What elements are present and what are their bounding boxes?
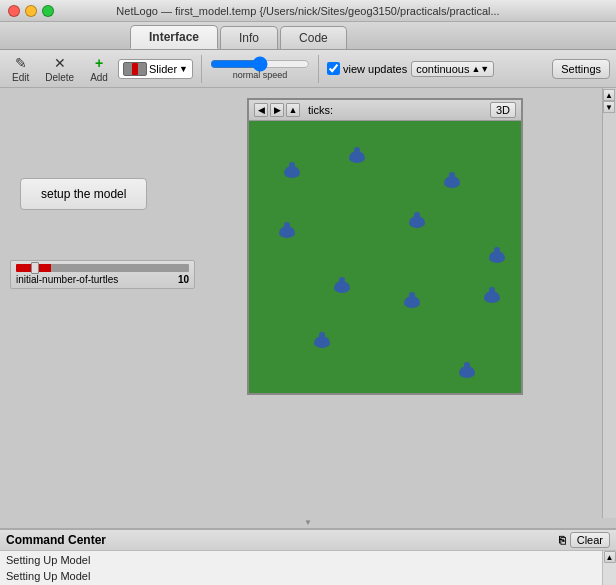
resize-handle[interactable]: ▼ bbox=[0, 518, 616, 528]
speed-slider[interactable] bbox=[210, 58, 310, 70]
tab-interface[interactable]: Interface bbox=[130, 25, 218, 49]
delete-button[interactable]: ✕ Delete bbox=[39, 53, 80, 85]
slider-thumb[interactable] bbox=[31, 262, 39, 274]
world-section: ◀ ▶ ▲ ticks: 3D bbox=[247, 98, 523, 395]
slider-icon bbox=[123, 62, 147, 76]
command-center-title: Command Center bbox=[6, 533, 106, 547]
turtle-9 bbox=[314, 336, 330, 348]
world-header: ◀ ▶ ▲ ticks: 3D bbox=[249, 100, 521, 121]
turtle-2 bbox=[444, 176, 460, 188]
slider-widget[interactable]: initial-number-of-turtles 10 bbox=[10, 260, 195, 289]
tab-info[interactable]: Info bbox=[220, 26, 278, 49]
cc-content: Setting Up Model Setting Up Model Settin… bbox=[0, 551, 602, 585]
clear-button[interactable]: Clear bbox=[570, 532, 610, 548]
maximize-button[interactable] bbox=[42, 5, 54, 17]
speed-control: normal speed bbox=[210, 58, 310, 80]
setup-button[interactable]: setup the model bbox=[20, 178, 147, 210]
plus-icon: + bbox=[95, 55, 103, 71]
cc-scroll-up[interactable]: ▲ bbox=[604, 551, 616, 563]
update-mode-select[interactable]: continuous ▲▼ bbox=[411, 61, 494, 77]
turtle-3 bbox=[279, 226, 295, 238]
turtle-10 bbox=[459, 366, 475, 378]
delete-icon: ✕ bbox=[54, 55, 66, 71]
title-bar: NetLogo — first_model.temp {/Users/nick/… bbox=[0, 0, 616, 22]
left-panel: setup the model initial-number-of-turtle… bbox=[0, 88, 247, 518]
dropdown-arrow-icon: ▼ bbox=[179, 64, 188, 74]
cc-line-2: Setting Up Model bbox=[6, 568, 596, 584]
scroll-up-button[interactable]: ▲ bbox=[603, 89, 615, 101]
turtle-4 bbox=[409, 216, 425, 228]
world-canvas[interactable] bbox=[249, 121, 521, 393]
view-updates-section: view updates bbox=[327, 62, 407, 75]
add-button[interactable]: + Add bbox=[84, 53, 114, 85]
cc-line-1: Setting Up Model bbox=[6, 552, 596, 568]
cc-output: Setting Up Model Setting Up Model Settin… bbox=[0, 551, 602, 585]
command-center: Command Center ⎘ Clear Setting Up Model … bbox=[0, 528, 616, 585]
tab-code[interactable]: Code bbox=[280, 26, 347, 49]
turtle-6 bbox=[334, 281, 350, 293]
tab-bar: Interface Info Code bbox=[0, 22, 616, 50]
slider-label-row: initial-number-of-turtles 10 bbox=[16, 274, 189, 285]
shrink-button[interactable]: ◀ bbox=[254, 103, 268, 117]
update-mode-arrow-icon: ▲▼ bbox=[471, 64, 489, 74]
expand-button[interactable]: ▶ bbox=[270, 103, 284, 117]
reset-button[interactable]: ▲ bbox=[286, 103, 300, 117]
scroll-down-button[interactable]: ▼ bbox=[603, 101, 615, 113]
edit-button[interactable]: ✎ Edit bbox=[6, 53, 35, 85]
turtle-7 bbox=[404, 296, 420, 308]
toolbar-separator-2 bbox=[318, 55, 319, 83]
settings-button[interactable]: Settings bbox=[552, 59, 610, 79]
cc-controls: ⎘ Clear bbox=[559, 532, 610, 548]
turtle-1 bbox=[349, 151, 365, 163]
widget-type-select[interactable]: Slider ▼ bbox=[118, 59, 193, 79]
world-controls: ◀ ▶ ▲ bbox=[254, 103, 300, 117]
cc-scrollbar: ▲ ▼ bbox=[602, 551, 616, 585]
pencil-icon: ✎ bbox=[15, 55, 27, 71]
slider-track[interactable] bbox=[16, 264, 189, 272]
turtle-0 bbox=[284, 166, 300, 178]
minimize-button[interactable] bbox=[25, 5, 37, 17]
view-updates-checkbox[interactable] bbox=[327, 62, 340, 75]
ticks-label: ticks: bbox=[308, 104, 333, 116]
main-scrollbar[interactable]: ▲ ▼ bbox=[602, 88, 616, 518]
main-area: setup the model initial-number-of-turtle… bbox=[0, 88, 616, 518]
interface-canvas: setup the model initial-number-of-turtle… bbox=[0, 88, 602, 518]
toolbar: ✎ Edit ✕ Delete + Add Slider ▼ normal sp… bbox=[0, 50, 616, 88]
copy-icon: ⎘ bbox=[559, 534, 566, 546]
world-container: ◀ ▶ ▲ ticks: 3D bbox=[247, 98, 523, 395]
command-center-header: Command Center ⎘ Clear bbox=[0, 530, 616, 551]
toolbar-separator bbox=[201, 55, 202, 83]
cc-body: Setting Up Model Setting Up Model Settin… bbox=[0, 551, 616, 585]
traffic-lights bbox=[8, 5, 54, 17]
turtle-8 bbox=[484, 291, 500, 303]
close-button[interactable] bbox=[8, 5, 20, 17]
turtle-5 bbox=[489, 251, 505, 263]
window-title: NetLogo — first_model.temp {/Users/nick/… bbox=[116, 5, 499, 17]
3d-button[interactable]: 3D bbox=[490, 102, 516, 118]
